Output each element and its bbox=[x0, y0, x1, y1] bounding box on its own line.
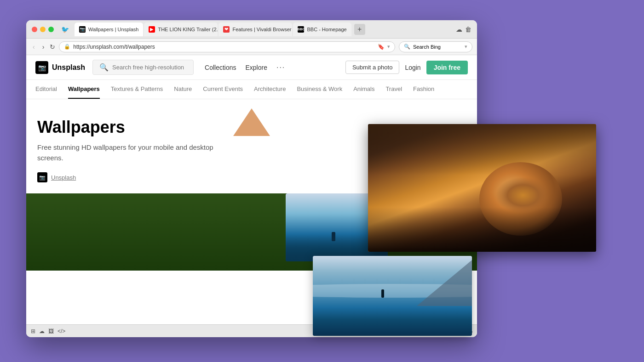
curator-icon: 📷 bbox=[37, 172, 47, 182]
traffic-lights bbox=[32, 27, 54, 32]
minimize-button[interactable] bbox=[40, 27, 46, 32]
tab-wallpapers[interactable]: 📷 Wallpapers | Unsplash bbox=[75, 23, 143, 36]
video-overlay-lion-king[interactable] bbox=[368, 124, 596, 252]
cloud-icon[interactable]: ☁ bbox=[456, 26, 462, 33]
tab-label-vivaldi: Features | Vivaldi Browser bbox=[232, 27, 291, 32]
tab-label-bbc: BBC - Homepage bbox=[307, 27, 346, 32]
cat-travel[interactable]: Travel bbox=[385, 80, 402, 99]
nav-collections[interactable]: Collections bbox=[205, 64, 236, 71]
cat-nature[interactable]: Nature bbox=[174, 80, 192, 99]
code-icon[interactable]: </> bbox=[58, 328, 65, 334]
unsplash-header: 📷 Unsplash 🔍 Collections Explore ··· Sub… bbox=[26, 55, 477, 80]
nav-explore[interactable]: Explore bbox=[246, 64, 267, 71]
search-bar[interactable]: 🔍 Search Bing ▾ bbox=[399, 41, 472, 52]
cloud-bottom-icon[interactable]: ☁ bbox=[39, 328, 45, 334]
category-nav: Editorial Wallpapers Textures & Patterns… bbox=[26, 80, 477, 99]
cat-wallpapers[interactable]: Wallpapers bbox=[68, 80, 100, 99]
logo-icon: 📷 bbox=[35, 61, 48, 74]
close-button[interactable] bbox=[32, 27, 37, 32]
unsplash-logo[interactable]: 📷 Unsplash bbox=[35, 61, 85, 74]
video-content bbox=[368, 124, 596, 252]
curator-link[interactable]: Unsplash bbox=[51, 174, 76, 181]
search-dropdown-icon[interactable]: ▾ bbox=[465, 44, 467, 50]
search-icon: 🔍 bbox=[404, 44, 410, 50]
header-actions: Submit a photo Login Join free bbox=[345, 61, 468, 74]
header-nav: Collections Explore ··· bbox=[205, 63, 285, 72]
title-bar: 🐦 📷 Wallpapers | Unsplash ▶ THE LION KIN… bbox=[26, 20, 477, 39]
maximize-button[interactable] bbox=[48, 27, 54, 32]
bookmark-icon[interactable]: 🔖 bbox=[378, 44, 385, 50]
cat-editorial[interactable]: Editorial bbox=[35, 80, 57, 99]
cat-current-events[interactable]: Current Events bbox=[203, 80, 243, 99]
url-bar[interactable]: 🔒 https://unsplash.com/t/wallpapers 🔖 ▾ bbox=[59, 41, 395, 52]
back-button[interactable]: ‹ bbox=[31, 42, 37, 51]
address-bar: ‹ › ↻ 🔒 https://unsplash.com/t/wallpaper… bbox=[26, 39, 477, 55]
tab-lion-king[interactable]: ▶ THE LION KING Trailer (2... bbox=[144, 23, 218, 36]
tab-actions: ☁ 🗑 bbox=[456, 26, 472, 33]
tab-favicon-vivaldi: ❤ bbox=[223, 26, 230, 33]
header-search-box[interactable]: 🔍 bbox=[92, 60, 194, 75]
tab-favicon-bbc: BBC bbox=[298, 26, 304, 33]
trash-icon[interactable]: 🗑 bbox=[465, 26, 472, 33]
tab-label-wallpapers: Wallpapers | Unsplash bbox=[88, 27, 138, 32]
tab-favicon-unsplash: 📷 bbox=[79, 26, 86, 33]
tab-bbc[interactable]: BBC BBC - Homepage bbox=[293, 23, 351, 36]
tab-label-lion: THE LION KING Trailer (2... bbox=[158, 27, 218, 32]
tabs-bar: 📷 Wallpapers | Unsplash ▶ THE LION KING … bbox=[75, 23, 452, 36]
url-dropdown-icon[interactable]: ▾ bbox=[387, 44, 390, 50]
twitter-icon: 🐦 bbox=[61, 26, 69, 33]
header-search-icon: 🔍 bbox=[99, 63, 109, 72]
tab-favicon-youtube: ▶ bbox=[149, 26, 155, 33]
search-bar-label: Search Bing bbox=[413, 44, 441, 50]
login-link[interactable]: Login bbox=[405, 64, 420, 71]
reload-button[interactable]: ↻ bbox=[50, 43, 55, 51]
cat-business[interactable]: Business & Work bbox=[297, 80, 342, 99]
cat-textures[interactable]: Textures & Patterns bbox=[111, 80, 163, 99]
submit-photo-button[interactable]: Submit a photo bbox=[345, 61, 399, 74]
surf-photo-overlay[interactable] bbox=[313, 256, 472, 336]
grid-icon[interactable]: ⊞ bbox=[31, 328, 35, 334]
forward-button[interactable]: › bbox=[40, 42, 46, 51]
cat-fashion[interactable]: Fashion bbox=[413, 80, 434, 99]
header-search-input[interactable] bbox=[112, 64, 186, 71]
nav-more[interactable]: ··· bbox=[276, 63, 285, 72]
lock-icon: 🔒 bbox=[64, 44, 70, 50]
photo-mountain[interactable] bbox=[143, 193, 282, 261]
image-icon[interactable]: 🖼 bbox=[48, 328, 54, 334]
page-description: Free stunning HD wallpapers for your mob… bbox=[37, 142, 240, 163]
add-tab-button[interactable]: + bbox=[354, 24, 365, 35]
cat-architecture[interactable]: Architecture bbox=[254, 80, 286, 99]
url-text: https://unsplash.com/t/wallpapers bbox=[73, 44, 375, 50]
tab-vivaldi[interactable]: ❤ Features | Vivaldi Browser bbox=[218, 23, 292, 36]
logo-text: Unsplash bbox=[52, 63, 85, 72]
join-free-button[interactable]: Join free bbox=[426, 61, 468, 74]
cat-animals[interactable]: Animals bbox=[353, 80, 374, 99]
